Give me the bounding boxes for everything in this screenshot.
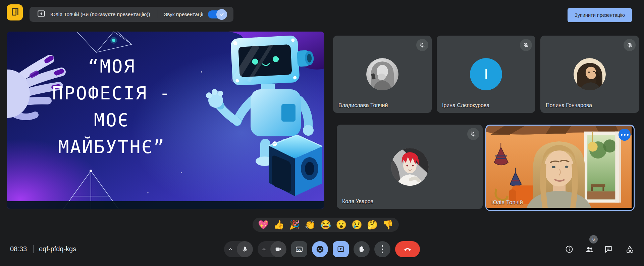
- present-now-button[interactable]: [333, 241, 349, 257]
- mic-control: [224, 241, 253, 257]
- self-video-feed: [486, 126, 632, 208]
- reactions-bar: 💖 👍 🎉 👏 😂 😮 😢 🤔 👎: [253, 218, 399, 232]
- svg-text:CC: CC: [298, 248, 301, 251]
- presentation-sound-label: Звук презентації: [164, 11, 204, 17]
- tile-options-button[interactable]: [619, 129, 631, 141]
- camera-options-chevron[interactable]: [258, 241, 270, 257]
- self-video-tile-yuliia[interactable]: Юлія Топчій: [485, 125, 635, 211]
- clock: 08:33: [10, 245, 27, 253]
- camera-control: [258, 241, 286, 257]
- smiley-icon: [316, 245, 324, 254]
- hand-icon: [358, 245, 366, 253]
- meet-window: Юлія Топчій (Ви (показуєте презентацію))…: [0, 0, 644, 266]
- divider: [33, 245, 34, 253]
- mic-off-icon: [624, 39, 636, 51]
- chat-button[interactable]: [600, 241, 616, 257]
- mic-off-icon: [416, 39, 428, 51]
- avatar-initial: І: [470, 58, 502, 90]
- camera-icon: [275, 246, 282, 253]
- reaction-surprised[interactable]: 😮: [336, 220, 346, 229]
- reaction-laugh[interactable]: 😂: [320, 220, 331, 229]
- mic-off-icon: [520, 39, 532, 51]
- mic-icon: [241, 246, 249, 253]
- more-vertical-icon: [382, 245, 383, 253]
- participant-tile-vladyslava[interactable]: Владислава Топчий: [333, 36, 432, 113]
- avatar: [366, 58, 398, 90]
- participant-tile-polina[interactable]: Полина Гончарова: [540, 36, 639, 113]
- presenting-label: Юлія Топчій (Ви (показуєте презентацію)): [50, 11, 150, 17]
- avatar: [574, 58, 606, 90]
- avatar: [391, 148, 429, 186]
- call-controls: CC: [224, 241, 420, 257]
- participant-name: Юлія Топчій: [491, 199, 523, 206]
- end-call-button[interactable]: [395, 241, 420, 257]
- people-icon: [585, 245, 594, 254]
- meeting-code: eqf-pfdq-kgs: [39, 245, 76, 253]
- cube-art: [269, 135, 322, 196]
- participant-name: Коля Уваров: [342, 198, 373, 205]
- reaction-party[interactable]: 🎉: [289, 220, 300, 229]
- reaction-clap[interactable]: 👏: [305, 220, 315, 229]
- reactions-button[interactable]: [312, 241, 328, 257]
- participant-name: Полина Гончарова: [546, 102, 592, 108]
- presentation-sound-toggle[interactable]: [208, 10, 226, 18]
- stop-presentation-button[interactable]: Зупинити презентацію: [568, 8, 632, 22]
- presentation-status-bar: Юлія Топчій (Ви (показуєте презентацію))…: [30, 7, 233, 22]
- participant-name: Ірина Слєпокурова: [442, 102, 489, 108]
- captions-button[interactable]: CC: [291, 241, 307, 257]
- more-options-button[interactable]: [374, 241, 390, 257]
- participant-name: Владислава Топчий: [338, 102, 388, 108]
- slide-title: “МОЯ ПРОФЕСІЯ - МОЄ МАЙБУТНЄ”: [11, 53, 212, 161]
- toggle-check-icon: [216, 9, 227, 20]
- divider: [157, 10, 157, 18]
- chat-icon: [604, 245, 613, 254]
- mic-off-icon: [467, 128, 479, 140]
- captions-icon: CC: [295, 245, 303, 253]
- mic-button[interactable]: [237, 241, 253, 257]
- activities-icon: [625, 245, 634, 254]
- door-icon: [10, 7, 20, 18]
- reaction-heart[interactable]: 💖: [258, 220, 269, 229]
- participants-button[interactable]: [581, 241, 597, 257]
- activities-button[interactable]: [622, 241, 638, 257]
- end-call-icon: [403, 245, 412, 254]
- reaction-thumbs-down[interactable]: 👎: [383, 220, 393, 229]
- reaction-thinking[interactable]: 🤔: [367, 220, 378, 229]
- reaction-thumbs-up[interactable]: 👍: [273, 220, 284, 229]
- participant-tile-iryna[interactable]: І Ірина Слєпокурова: [437, 36, 535, 113]
- present-screen-icon: [37, 9, 46, 19]
- app-logo[interactable]: [7, 4, 23, 20]
- participants-count-badge: 6: [589, 235, 598, 243]
- present-screen-icon: [337, 245, 345, 253]
- info-icon: [565, 245, 574, 254]
- participant-tile-kolya[interactable]: Коля Уваров: [337, 125, 483, 209]
- camera-button[interactable]: [270, 241, 286, 257]
- raise-hand-button[interactable]: [354, 241, 370, 257]
- meeting-details-button[interactable]: [561, 241, 577, 257]
- reaction-cry[interactable]: 😢: [352, 220, 362, 229]
- mic-options-chevron[interactable]: [224, 241, 237, 257]
- shared-presentation-tile[interactable]: “МОЯ ПРОФЕСІЯ - МОЄ МАЙБУТНЄ”: [7, 32, 324, 209]
